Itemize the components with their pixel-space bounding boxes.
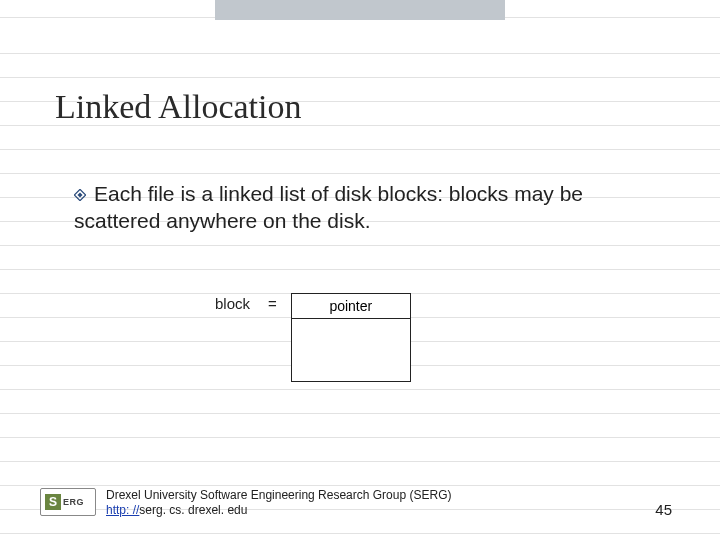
pointer-body-cell [291, 318, 411, 382]
svg-rect-1 [77, 192, 82, 197]
top-accent-bar [215, 0, 505, 20]
diamond-bullet-icon [74, 189, 86, 201]
logo-erg-text: ERG [63, 497, 84, 507]
pointer-box: pointer [291, 293, 411, 382]
footer: S ERG Drexel University Software Enginee… [40, 488, 680, 518]
pointer-label-cell: pointer [291, 293, 411, 318]
footer-attribution: Drexel University Software Engineering R… [106, 488, 451, 518]
block-label: block [215, 293, 250, 312]
logo-s-icon: S [45, 494, 61, 510]
body-text: Each file is a linked list of disk block… [74, 182, 583, 232]
serg-logo: S ERG [40, 488, 96, 516]
body-bullet: Each file is a linked list of disk block… [74, 180, 664, 235]
slide-title: Linked Allocation [55, 88, 301, 126]
block-equation: block = pointer [215, 293, 411, 382]
background-guidelines [0, 0, 720, 540]
equals-sign: = [268, 293, 277, 312]
footer-link[interactable]: http: // [106, 503, 139, 517]
footer-org: Drexel University Software Engineering R… [106, 488, 451, 502]
page-number: 45 [655, 501, 672, 518]
